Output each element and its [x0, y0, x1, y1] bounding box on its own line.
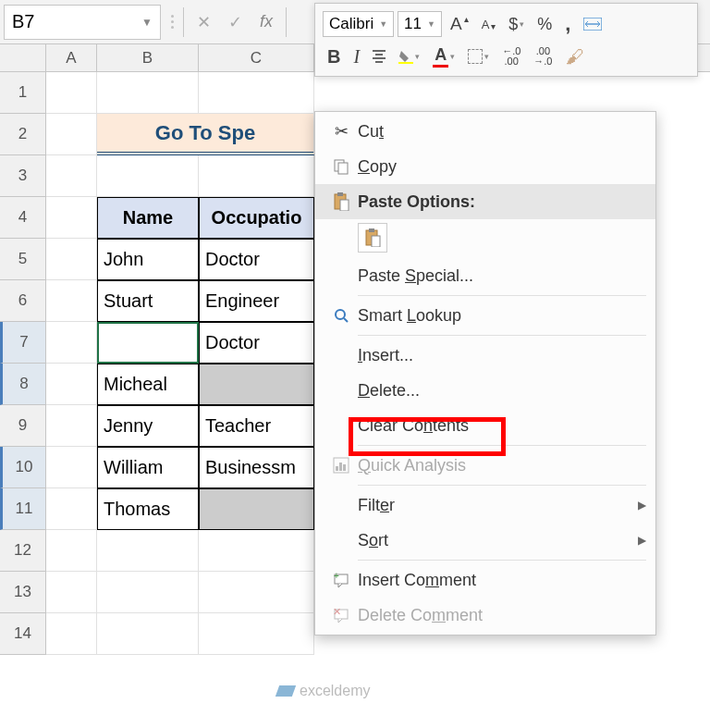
row-header-1[interactable]: 1: [0, 72, 46, 114]
bold-button[interactable]: B: [323, 43, 345, 70]
cell[interactable]: [199, 155, 314, 197]
percent-button[interactable]: %: [532, 12, 557, 37]
fill-color-button[interactable]: ▾: [394, 46, 424, 67]
ctx-delete[interactable]: Delete...: [315, 373, 655, 408]
cell[interactable]: [97, 530, 199, 572]
submenu-arrow-icon: ▶: [638, 499, 646, 512]
row-header-9[interactable]: 9: [0, 405, 46, 447]
cell[interactable]: [46, 197, 97, 239]
title-cell[interactable]: Go To Spe: [97, 114, 314, 155]
border-icon: [468, 49, 483, 64]
ctx-cut-label: Cut: [358, 122, 646, 142]
ctx-clear-contents[interactable]: Clear Contents: [315, 408, 655, 443]
cell[interactable]: [97, 572, 199, 613]
fx-icon[interactable]: fx: [251, 6, 282, 38]
table-cell[interactable]: John: [97, 239, 199, 280]
cell[interactable]: [46, 322, 97, 364]
paste-option-button[interactable]: [358, 223, 387, 253]
row-header-5[interactable]: 5: [0, 239, 46, 280]
merge-icon[interactable]: [579, 15, 606, 33]
cell[interactable]: [46, 114, 97, 155]
row-header-13[interactable]: 13: [0, 572, 46, 613]
row-header-12[interactable]: 12: [0, 530, 46, 572]
copy-icon: [324, 158, 358, 175]
font-color-button[interactable]: A▾: [428, 43, 459, 70]
separator: [183, 7, 184, 37]
decrease-decimal-button[interactable]: .00→.0: [529, 43, 557, 69]
font-size-selector[interactable]: 11▼: [398, 11, 442, 37]
cell[interactable]: [46, 405, 97, 447]
row-header-11[interactable]: 11: [0, 488, 46, 530]
row-header-14[interactable]: 14: [0, 613, 46, 655]
row-header-4[interactable]: 4: [0, 197, 46, 239]
row-header-6[interactable]: 6: [0, 280, 46, 322]
cell[interactable]: [46, 72, 97, 114]
table-cell[interactable]: Engineer: [199, 280, 314, 322]
col-header-A[interactable]: A: [46, 44, 97, 71]
table-cell[interactable]: [199, 488, 314, 530]
comma-button[interactable]: ,: [560, 9, 575, 39]
table-header-name[interactable]: Name: [97, 197, 199, 239]
ctx-smart-lookup[interactable]: Smart Lookup: [315, 298, 655, 333]
borders-button[interactable]: ▾: [463, 46, 494, 67]
cell[interactable]: [199, 613, 314, 655]
table-cell[interactable]: William: [97, 447, 199, 488]
col-header-B[interactable]: B: [97, 44, 199, 71]
cell[interactable]: [46, 572, 97, 613]
ctx-paste-special[interactable]: Paste Special...: [315, 258, 655, 293]
cell[interactable]: [46, 447, 97, 488]
font-selector[interactable]: Calibri▼: [323, 11, 394, 37]
cell[interactable]: [97, 155, 199, 197]
table-cell[interactable]: Doctor: [199, 322, 314, 364]
row-header-8[interactable]: 8: [0, 364, 46, 405]
cell[interactable]: [97, 72, 199, 114]
cell[interactable]: [199, 530, 314, 572]
row-header-7[interactable]: 7: [0, 322, 46, 364]
cell[interactable]: [46, 613, 97, 655]
svg-rect-2: [398, 62, 413, 64]
decrease-font-button[interactable]: A▾: [477, 15, 501, 34]
cell[interactable]: [46, 280, 97, 322]
table-cell[interactable]: Micheal: [97, 364, 199, 405]
table-cell[interactable]: Businessm: [199, 447, 314, 488]
table-cell[interactable]: Stuart: [97, 280, 199, 322]
row-header-2[interactable]: 2: [0, 114, 46, 155]
cell[interactable]: [199, 72, 314, 114]
format-painter-button[interactable]: 🖌: [561, 43, 589, 70]
ctx-insert[interactable]: Insert...: [315, 338, 655, 373]
cell[interactable]: [199, 572, 314, 613]
cell[interactable]: [46, 488, 97, 530]
row-header-3[interactable]: 3: [0, 155, 46, 197]
col-header-C[interactable]: C: [199, 44, 314, 71]
active-cell[interactable]: [97, 322, 199, 364]
name-box-dropdown-icon[interactable]: ▼: [141, 16, 153, 29]
table-cell[interactable]: Teacher: [199, 405, 314, 447]
cell[interactable]: [97, 613, 199, 655]
ctx-sort[interactable]: Sort ▶: [315, 523, 655, 558]
cell[interactable]: [46, 364, 97, 405]
cell[interactable]: [46, 155, 97, 197]
table-header-occupation[interactable]: Occupatio: [199, 197, 314, 239]
ctx-delete-comment: ✕ Delete Comment: [315, 598, 655, 633]
center-align-button[interactable]: [368, 45, 390, 68]
ctx-delete-comment-label: Delete Comment: [358, 606, 646, 625]
ctx-insert-comment[interactable]: + Insert Comment: [315, 562, 655, 598]
increase-decimal-button[interactable]: ←.0.00: [497, 43, 525, 69]
table-cell[interactable]: Thomas: [97, 488, 199, 530]
table-cell[interactable]: Jenny: [97, 405, 199, 447]
ctx-filter[interactable]: Filter ▶: [315, 487, 655, 523]
cell[interactable]: [46, 530, 97, 572]
ctx-cut[interactable]: ✂ Cut: [315, 114, 655, 149]
table-cell[interactable]: [199, 364, 314, 405]
cancel-formula-icon: ✕: [188, 6, 219, 38]
currency-button[interactable]: $▾: [504, 12, 529, 37]
watermark-text: exceldemy: [300, 683, 370, 699]
cell[interactable]: [46, 239, 97, 280]
italic-button[interactable]: I: [349, 43, 364, 70]
name-box[interactable]: B7 ▼: [4, 5, 161, 40]
select-all-corner[interactable]: [0, 44, 46, 71]
table-cell[interactable]: Doctor: [199, 239, 314, 280]
ctx-copy[interactable]: Copy: [315, 149, 655, 184]
increase-font-button[interactable]: A▴: [446, 11, 473, 37]
row-header-10[interactable]: 10: [0, 447, 46, 488]
